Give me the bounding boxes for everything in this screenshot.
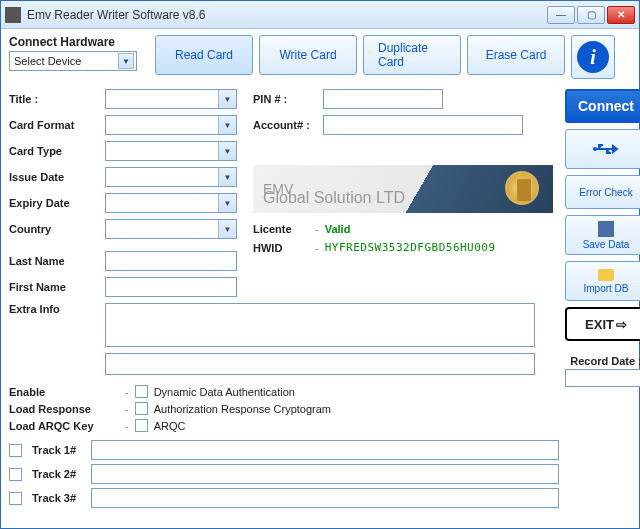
recorddate-label: Record Date : xyxy=(565,355,640,367)
connect-hardware-box: Connect Hardware Select Device ▼ xyxy=(9,35,137,71)
track2-checkbox[interactable] xyxy=(9,468,22,481)
issuedate-combo[interactable]: ▼ xyxy=(105,167,237,187)
enable-checkbox[interactable] xyxy=(135,385,148,398)
license-value: Valid xyxy=(325,223,351,235)
firstname-label: First Name xyxy=(9,281,105,293)
recorddate-input[interactable] xyxy=(565,369,640,387)
record-date-section: Record Date : xyxy=(565,355,640,387)
expirydate-combo[interactable]: ▼ xyxy=(105,193,237,213)
savedata-label: Save Data xyxy=(583,239,630,250)
loadarqc-checkbox[interactable] xyxy=(135,419,148,432)
extrainfo-textarea[interactable] xyxy=(105,303,535,347)
loadarqc-label: Load ARQC Key xyxy=(9,420,119,432)
pin-input[interactable] xyxy=(323,89,443,109)
title-combo[interactable]: ▼ xyxy=(105,89,237,109)
usb-button[interactable] xyxy=(565,129,640,169)
app-window: Emv Reader Writer Software v8.6 — ▢ ✕ Co… xyxy=(0,0,640,529)
save-icon xyxy=(598,221,614,237)
connect-hardware-label: Connect Hardware xyxy=(9,35,137,49)
info-icon: i xyxy=(577,41,609,73)
enable-label: Enable xyxy=(9,386,119,398)
arrow-right-icon: ⇨ xyxy=(616,317,627,332)
cardformat-combo[interactable]: ▼ xyxy=(105,115,237,135)
exit-button[interactable]: EXIT ⇨ xyxy=(565,307,640,341)
firstname-input[interactable] xyxy=(105,277,237,297)
license-label: Licente xyxy=(253,223,309,235)
country-combo[interactable]: ▼ xyxy=(105,219,237,239)
country-label: Country xyxy=(9,223,105,235)
maximize-button[interactable]: ▢ xyxy=(577,6,605,24)
left-column: Title : ▼ Card Format ▼ Card Type ▼ Is xyxy=(9,89,559,512)
track1-checkbox[interactable] xyxy=(9,444,22,457)
loadresponse-checkbox[interactable] xyxy=(135,402,148,415)
track3-label: Track 3# xyxy=(32,492,76,504)
arqc-label: ARQC xyxy=(154,420,186,432)
exit-label: EXIT xyxy=(585,317,614,332)
cardtype-combo[interactable]: ▼ xyxy=(105,141,237,161)
chevron-down-icon: ▼ xyxy=(218,90,236,108)
issuedate-label: Issue Date xyxy=(9,171,105,183)
right-column: Connect Error Check Save Data Import DB … xyxy=(565,89,640,512)
lastname-input[interactable] xyxy=(105,251,237,271)
connect-button[interactable]: Connect xyxy=(565,89,640,123)
usb-icon xyxy=(593,141,619,157)
info-button[interactable]: i xyxy=(571,35,615,79)
track3-checkbox[interactable] xyxy=(9,492,22,505)
chevron-down-icon: ▼ xyxy=(118,53,134,69)
track2-input[interactable] xyxy=(91,464,559,484)
tracks-section: Track 1# Track 2# Track 3# xyxy=(9,440,559,508)
brand-banner: EMV Global Solution LTD xyxy=(253,165,553,213)
hwid-row: HWID - HYFREDSW3532DFGBD56HU009 xyxy=(253,241,559,254)
importdb-button[interactable]: Import DB xyxy=(565,261,640,301)
errorcheck-button[interactable]: Error Check xyxy=(565,175,640,209)
device-select[interactable]: Select Device ▼ xyxy=(9,51,137,71)
extrainfo-label: Extra Info xyxy=(9,303,105,315)
cardformat-label: Card Format xyxy=(9,119,105,131)
importdb-label: Import DB xyxy=(583,283,628,294)
minimize-button[interactable]: — xyxy=(547,6,575,24)
chip-icon xyxy=(505,171,539,205)
middle-column: PIN # : Account# : EMV Global Solution L… xyxy=(253,89,559,303)
window-title: Emv Reader Writer Software v8.6 xyxy=(27,8,547,22)
title-label: Title : xyxy=(9,93,105,105)
chevron-down-icon: ▼ xyxy=(218,116,236,134)
account-input[interactable] xyxy=(323,115,523,135)
read-card-button[interactable]: Read Card xyxy=(155,35,253,75)
app-icon xyxy=(5,7,21,23)
track2-label: Track 2# xyxy=(32,468,76,480)
svg-point-0 xyxy=(593,147,597,151)
chevron-down-icon: ▼ xyxy=(218,220,236,238)
loadresponse-label: Load Response xyxy=(9,403,119,415)
titlebar: Emv Reader Writer Software v8.6 — ▢ ✕ xyxy=(1,1,639,29)
cardtype-label: Card Type xyxy=(9,145,105,157)
hwid-label: HWID xyxy=(253,242,309,254)
top-row: Connect Hardware Select Device ▼ Read Ca… xyxy=(9,35,631,79)
account-label: Account# : xyxy=(253,119,323,131)
banner-line2: Global Solution LTD xyxy=(263,189,405,207)
expirydate-label: Expiry Date xyxy=(9,197,105,209)
chevron-down-icon: ▼ xyxy=(218,168,236,186)
lastname-label: Last Name xyxy=(9,255,105,267)
track3-input[interactable] xyxy=(91,488,559,508)
chevron-down-icon: ▼ xyxy=(218,194,236,212)
close-button[interactable]: ✕ xyxy=(607,6,635,24)
savedata-button[interactable]: Save Data xyxy=(565,215,640,255)
pin-label: PIN # : xyxy=(253,93,323,105)
hwid-value: HYFREDSW3532DFGBD56HU009 xyxy=(325,241,496,254)
extrainfo-input2[interactable] xyxy=(105,353,535,375)
write-card-button[interactable]: Write Card xyxy=(259,35,357,75)
track1-label: Track 1# xyxy=(32,444,76,456)
duplicate-card-button[interactable]: Duplicate Card xyxy=(363,35,461,75)
erase-card-button[interactable]: Erase Card xyxy=(467,35,565,75)
track1-input[interactable] xyxy=(91,440,559,460)
device-select-value: Select Device xyxy=(14,55,81,67)
folder-icon xyxy=(598,269,614,281)
main-body: Title : ▼ Card Format ▼ Card Type ▼ Is xyxy=(9,89,631,512)
arc-label: Authorization Response Cryptogram xyxy=(154,403,331,415)
window-controls: — ▢ ✕ xyxy=(547,6,635,24)
dda-label: Dynamic Data Authentication xyxy=(154,386,295,398)
content-area: Connect Hardware Select Device ▼ Read Ca… xyxy=(1,29,639,528)
chevron-down-icon: ▼ xyxy=(218,142,236,160)
checkbox-section: Enable - Dynamic Data Authentication Loa… xyxy=(9,385,559,432)
license-row: Licente - Valid xyxy=(253,223,559,235)
